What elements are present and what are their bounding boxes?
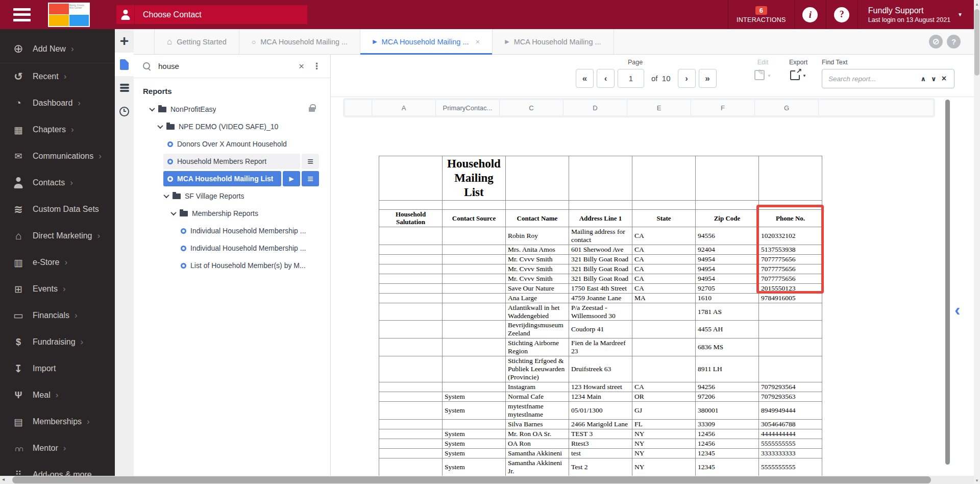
- last-page-button[interactable]: [699, 69, 717, 88]
- search-input[interactable]: house: [158, 62, 293, 70]
- sidebar-item[interactable]: e-Store: [0, 249, 115, 276]
- add-report-button[interactable]: [115, 29, 134, 53]
- report-row: Ana Large 4759 Joanne Lane MA 1610 97849…: [379, 293, 822, 303]
- run-report-button[interactable]: [283, 171, 300, 186]
- vertical-scroll-thumb[interactable]: [974, 9, 979, 76]
- chevron-down-icon[interactable]: [958, 0, 974, 29]
- find-prev-icon[interactable]: [918, 75, 929, 83]
- tree-item[interactable]: SF Village Reports: [134, 188, 319, 204]
- sidebar-item[interactable]: Mentor: [0, 435, 115, 462]
- sidebar-item[interactable]: Dashboard: [0, 90, 115, 116]
- menu-icon[interactable]: [13, 8, 31, 21]
- column-header[interactable]: F: [691, 100, 755, 115]
- cell-contact-source: [443, 227, 506, 245]
- cell-state: CA: [632, 283, 696, 293]
- cell-contact-source: [443, 356, 506, 382]
- data-sets-panel-tab[interactable]: [115, 76, 134, 100]
- tab[interactable]: Getting Started: [154, 29, 239, 54]
- tab[interactable]: MCA Household Mailing ...: [360, 29, 493, 54]
- org-logo[interactable]: Monty Crisco Arts Center: [48, 3, 90, 27]
- sidebar-item[interactable]: Direct Marketing: [0, 223, 115, 249]
- chevron-down-icon[interactable]: [163, 192, 169, 198]
- column-header[interactable]: G: [755, 100, 819, 115]
- mentor-icon: [11, 442, 26, 454]
- tab[interactable]: MCA Household Mailing ...: [493, 29, 614, 54]
- sidebar-item[interactable]: Chapters: [0, 116, 115, 143]
- tree-item[interactable]: Individual Household Membership ...: [134, 223, 319, 238]
- column-header[interactable]: E: [627, 100, 691, 115]
- column-header[interactable]: A: [372, 100, 436, 115]
- globe-icon[interactable]: [929, 35, 943, 49]
- help-button[interactable]: [826, 0, 857, 29]
- sidebar-item[interactable]: Events: [0, 276, 115, 302]
- sidebar-item[interactable]: Import: [0, 355, 115, 382]
- sidebar-item[interactable]: Financials: [0, 302, 115, 329]
- scroll-up-icon[interactable]: [974, 2, 980, 7]
- report-menu-button[interactable]: [302, 154, 319, 169]
- prev-page-button[interactable]: [597, 69, 615, 88]
- help-circle-icon[interactable]: [947, 35, 961, 49]
- interactions-button[interactable]: 6 INTERACTIONS: [728, 0, 794, 29]
- column-header[interactable]: [345, 100, 372, 115]
- chevron-down-icon[interactable]: [157, 123, 163, 129]
- reports-panel-tab[interactable]: [115, 53, 134, 76]
- sidebar-item[interactable]: Fundraising: [0, 329, 115, 355]
- chevron-down-icon[interactable]: [149, 106, 155, 111]
- tree-item[interactable]: Membership Reports: [134, 206, 319, 221]
- column-header[interactable]: D: [564, 100, 627, 115]
- export-button[interactable]: Export: [789, 59, 807, 80]
- tab[interactable]: MCA Household Mailing ...: [239, 29, 360, 54]
- cell-contact-source: [443, 382, 506, 392]
- clear-search-icon[interactable]: [293, 61, 309, 72]
- sidebar-item[interactable]: Add New: [0, 35, 115, 63]
- cell-contact-source: [443, 321, 506, 338]
- find-next-icon[interactable]: [928, 75, 939, 83]
- sidebar-item[interactable]: Recent: [0, 63, 115, 90]
- tree-item[interactable]: NonProfitEasy: [134, 102, 319, 117]
- first-page-button[interactable]: [576, 69, 594, 88]
- page-vertical-scrollbar[interactable]: [974, 0, 980, 484]
- tree-item[interactable]: Donors Over X Amount Household: [134, 136, 319, 152]
- horizontal-scroll-thumb[interactable]: [12, 476, 931, 483]
- tree-item[interactable]: Individual Household Membership ...: [134, 240, 319, 256]
- sidebar-item[interactable]: Custom Data Sets: [0, 196, 115, 223]
- recent-panel-tab[interactable]: [115, 100, 134, 123]
- find-close-icon[interactable]: [939, 74, 949, 83]
- tree-item-label: Individual Household Membership ...: [190, 227, 306, 235]
- tree-item[interactable]: NPE DEMO (VIDEO SAFE)_10: [134, 119, 319, 134]
- info-button[interactable]: [794, 0, 826, 29]
- play-icon: [373, 38, 377, 45]
- tree-item-label: Membership Reports: [192, 209, 258, 217]
- sidebar-item[interactable]: Communications: [0, 143, 115, 170]
- report-icon: [181, 228, 186, 234]
- page-horizontal-scrollbar[interactable]: [0, 476, 974, 484]
- pagination: Page of 10: [576, 59, 717, 88]
- interactions-badge: 6: [755, 6, 767, 15]
- scroll-down-icon[interactable]: [974, 478, 980, 483]
- kebab-menu-icon[interactable]: [309, 61, 324, 71]
- next-page-button[interactable]: [678, 69, 696, 88]
- cell-state: CA: [632, 245, 696, 254]
- tree-item[interactable]: Household Members Report: [134, 154, 319, 169]
- report-vertical-scrollbar[interactable]: [945, 100, 950, 465]
- column-header[interactable]: C: [500, 100, 564, 115]
- user-menu[interactable]: Fundly Support Last login on 13 August 2…: [857, 0, 958, 29]
- chevron-down-icon[interactable]: [170, 210, 176, 215]
- collapse-panel-icon[interactable]: [954, 301, 960, 318]
- cell-zip-code: 94556: [696, 227, 759, 245]
- report-menu-button[interactable]: [302, 171, 319, 186]
- sidebar-item[interactable]: Meal: [0, 382, 115, 408]
- close-icon[interactable]: [475, 37, 480, 46]
- choose-contact-button[interactable]: Choose Contact: [116, 5, 307, 24]
- scroll-left-icon[interactable]: [2, 476, 5, 482]
- sidebar-item[interactable]: Contacts: [0, 170, 115, 196]
- tree-item[interactable]: MCA Household Mailing List: [134, 171, 319, 186]
- tree-item[interactable]: List of Household Member(s) by M...: [134, 258, 319, 273]
- column-header[interactable]: PrimaryContac...: [436, 100, 500, 115]
- find-text-input[interactable]: Search report...: [822, 69, 954, 88]
- sidebar-item[interactable]: Memberships: [0, 408, 115, 435]
- page-input[interactable]: [618, 69, 644, 88]
- help-icon: [834, 7, 849, 22]
- chevron-right-icon: [99, 151, 102, 161]
- cell-phone-no: 8949949444: [759, 401, 822, 419]
